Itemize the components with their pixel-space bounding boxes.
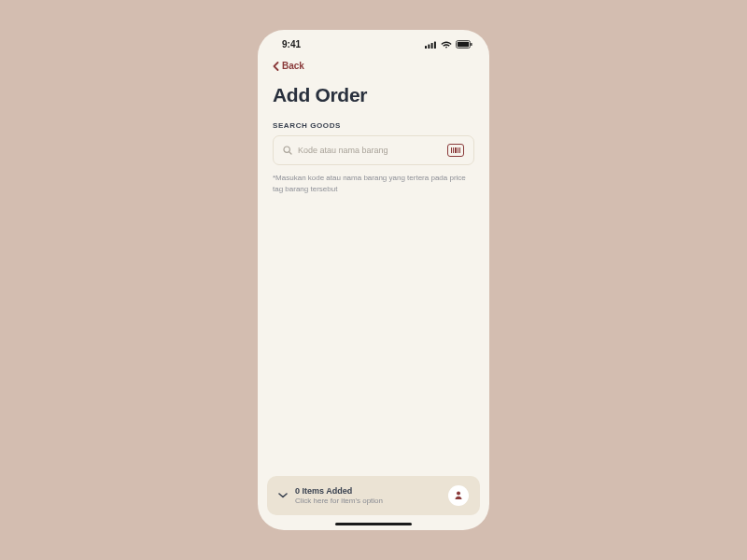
avatar[interactable] (448, 485, 469, 506)
phone-frame: 9:41 Back Add Order SEARCH GOODS *Masuka… (258, 30, 489, 530)
search-input[interactable] (298, 146, 442, 155)
items-added-text: 0 Items Added Click here for item's opti… (295, 486, 441, 505)
home-indicator (335, 523, 412, 526)
svg-rect-6 (471, 43, 472, 46)
items-added-title: 0 Items Added (295, 486, 441, 496)
helper-text: *Masukan kode atau nama barang yang tert… (258, 165, 489, 194)
person-icon (453, 490, 464, 501)
svg-rect-0 (425, 46, 427, 49)
status-time: 9:41 (282, 39, 301, 49)
svg-line-8 (289, 152, 291, 154)
search-section-label: SEARCH GOODS (258, 110, 489, 135)
svg-rect-5 (458, 42, 469, 47)
page-title: Add Order (258, 75, 489, 110)
status-icons (425, 40, 472, 49)
search-field-wrapper (273, 135, 474, 165)
chevron-left-icon (273, 62, 279, 71)
svg-rect-2 (431, 43, 433, 49)
cellular-icon (425, 41, 437, 49)
status-bar: 9:41 (258, 30, 489, 55)
svg-point-9 (457, 491, 460, 495)
svg-rect-3 (434, 41, 436, 49)
back-label: Back (282, 61, 304, 71)
wifi-icon (441, 41, 452, 49)
content-spacer (258, 194, 489, 475)
chevron-down-icon (278, 493, 288, 498)
battery-icon (456, 40, 472, 49)
back-button[interactable]: Back (258, 55, 489, 75)
search-icon (283, 146, 292, 155)
svg-rect-1 (428, 44, 430, 49)
items-added-subtitle: Click here for item's option (295, 497, 441, 505)
barcode-scan-button[interactable] (447, 144, 464, 157)
barcode-icon (451, 147, 461, 153)
items-added-card[interactable]: 0 Items Added Click here for item's opti… (267, 476, 480, 515)
